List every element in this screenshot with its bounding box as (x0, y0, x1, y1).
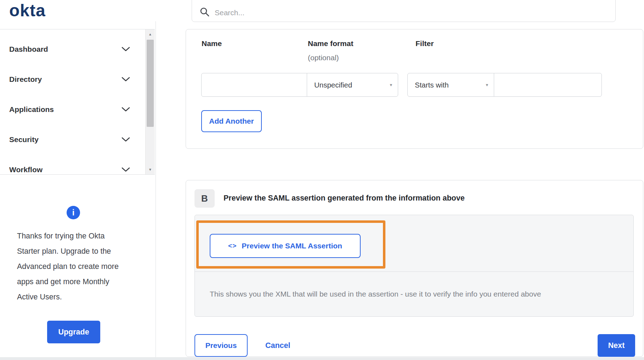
column-label-name-format: Name format (308, 39, 353, 48)
preview-saml-button-label: Preview the SAML Assertion (242, 242, 342, 250)
preview-button-area: <> Preview the SAML Assertion (195, 215, 633, 272)
preview-box: <> Preview the SAML Assertion This shows… (194, 215, 634, 317)
code-icon: <> (228, 242, 237, 250)
sidebar-item-directory[interactable]: Directory (0, 64, 155, 94)
sidebar-item-label: Applications (9, 105, 54, 114)
dropdown-arrow-icon: ▾ (486, 82, 488, 88)
chevron-down-icon (122, 107, 130, 112)
previous-button[interactable]: Previous (194, 334, 248, 357)
bottom-edge-strip (0, 357, 644, 360)
sidebar-item-workflow[interactable]: Workflow (0, 154, 155, 175)
search-bar (192, 0, 616, 22)
preview-assertion-card: B Preview the SAML assertion generated f… (186, 180, 643, 357)
filter-type-select[interactable]: Starts with ▾ (407, 73, 494, 97)
attribute-statements-card: Name Name format (optional) Filter Unspe… (186, 29, 643, 149)
chevron-down-icon (122, 137, 130, 142)
attribute-row: Unspecified ▾ Starts with ▾ (201, 73, 602, 97)
column-label-optional: (optional) (308, 54, 339, 62)
scroll-up-button[interactable]: ▲ (146, 29, 155, 39)
preview-note-area: This shows you the XML that will be used… (195, 272, 633, 316)
attribute-name-input[interactable] (201, 73, 307, 97)
upgrade-button[interactable]: Upgrade (47, 321, 100, 343)
scroll-up-icon: ▲ (148, 32, 152, 36)
filter-value-input[interactable] (494, 73, 602, 97)
sidebar-item-dashboard[interactable]: Dashboard (0, 34, 155, 64)
sidebar-item-security[interactable]: Security (0, 124, 155, 154)
scroll-down-button[interactable]: ▼ (146, 165, 155, 174)
name-format-select[interactable]: Unspecified ▾ (307, 73, 398, 97)
dropdown-arrow-icon: ▾ (390, 82, 392, 88)
step-badge: B (194, 189, 215, 208)
cancel-link[interactable]: Cancel (265, 341, 290, 350)
chevron-down-icon (122, 47, 130, 51)
preview-note: This shows you the XML that will be used… (210, 290, 541, 298)
next-button[interactable]: Next (598, 334, 635, 357)
sidebar-nav: Dashboard Directory Applications Securit… (0, 29, 155, 175)
okta-logo[interactable]: okta (9, 1, 46, 20)
plan-notice-text: Thanks for trying the Okta Starter plan.… (17, 229, 122, 305)
info-icon: i (67, 206, 80, 219)
sidebar-item-label: Directory (9, 75, 42, 84)
name-format-value: Unspecified (314, 81, 352, 89)
okta-admin-app: okta Dashboard Directory Applications Se… (0, 0, 644, 360)
chevron-down-icon (122, 77, 130, 81)
preview-saml-button[interactable]: <> Preview the SAML Assertion (210, 234, 361, 258)
scroll-down-icon: ▼ (148, 168, 152, 171)
filter-type-value: Starts with (415, 81, 449, 89)
section-title: Preview the SAML assertion generated fro… (224, 194, 465, 203)
sidebar-divider (156, 21, 156, 357)
sidebar-item-label: Workflow (9, 165, 43, 174)
sidebar-item-applications[interactable]: Applications (0, 94, 155, 124)
scrollbar-thumb[interactable] (147, 40, 154, 127)
sidebar-scrollbar[interactable]: ▲ ▼ (145, 29, 155, 174)
sidebar-item-label: Dashboard (9, 45, 48, 54)
info-glyph: i (72, 208, 75, 218)
search-input[interactable] (215, 9, 608, 17)
column-label-filter: Filter (416, 39, 434, 48)
column-label-name: Name (202, 39, 222, 48)
chevron-down-icon (122, 167, 130, 172)
wizard-footer: Previous Cancel Next (194, 334, 635, 357)
search-icon (200, 7, 210, 17)
add-another-button[interactable]: Add Another (201, 110, 262, 132)
sidebar-item-label: Security (9, 135, 39, 144)
